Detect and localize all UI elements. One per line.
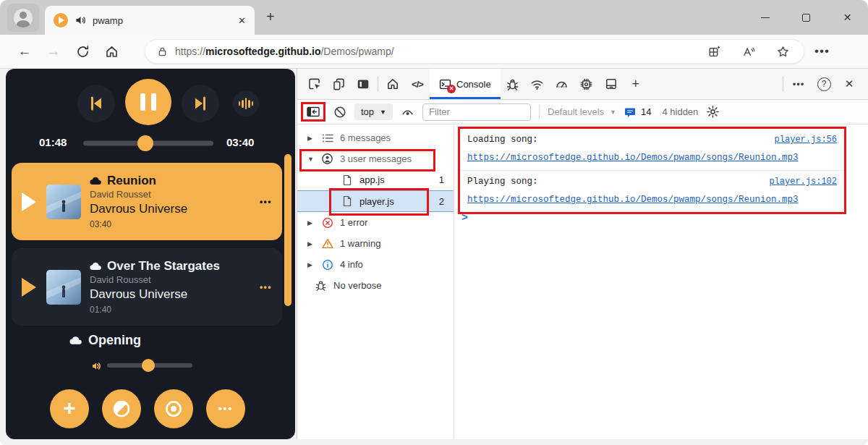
sidebar-item-warnings[interactable]: ▶ 1 warning [297, 233, 454, 254]
source-link[interactable]: player.js:56 [775, 131, 837, 149]
song-title: Opening [88, 333, 141, 348]
network-conditions-icon[interactable] [525, 69, 550, 99]
album-art [46, 270, 81, 305]
volume-icon[interactable] [90, 360, 102, 372]
tab-console-active[interactable]: ✕ Console [430, 69, 501, 99]
profile-button[interactable] [7, 4, 39, 32]
song-card-over-the-stargates[interactable]: Over The Stargates David Rousset Davrous… [12, 248, 282, 326]
song-artist: David Rousset [90, 274, 260, 285]
volume-slider[interactable] [107, 358, 192, 373]
performance-gauge-icon[interactable] [550, 69, 574, 99]
message-bubble-icon [624, 106, 636, 118]
song-url-link[interactable]: https://microsoftedge.github.io/Demos/pw… [467, 149, 837, 166]
forward-button[interactable]: → [39, 43, 68, 59]
maximize-icon [802, 14, 810, 22]
console-message: Loading song: player.js:56 https://micro… [460, 129, 844, 170]
message-count[interactable]: 14 [624, 106, 651, 118]
sidebar-item-errors[interactable]: ▶ 1 error [297, 212, 454, 233]
progress-thumb[interactable] [137, 135, 153, 151]
javascript-context-dropdown[interactable]: top ▼ [354, 103, 393, 120]
inspect-element-icon[interactable] [302, 69, 326, 99]
add-panel-button[interactable]: + [624, 69, 648, 99]
song-row-opening[interactable]: Opening [69, 333, 141, 348]
content-area: 01:48 03:40 [0, 69, 868, 445]
record-button[interactable] [154, 389, 193, 428]
home-button[interactable] [97, 45, 126, 59]
song-card-reunion[interactable]: Reunion David Rousset Davrous Universe 0… [12, 163, 282, 240]
console-tab-label: Console [456, 79, 491, 90]
sidebar-item-verbose[interactable]: No verbose [297, 275, 454, 296]
tab-close-icon[interactable]: ✕ [238, 15, 246, 26]
browser-settings-menu[interactable]: ••• [814, 44, 830, 59]
sidebar-item-playerjs-selected[interactable]: player.js 2 [297, 190, 454, 212]
sidebar-item-appjs[interactable]: app.js 1 [297, 169, 454, 190]
console-prompt-chevron[interactable]: > [461, 212, 468, 224]
song-title: Reunion [107, 174, 156, 188]
devtools-home-icon[interactable] [380, 69, 405, 99]
back-button[interactable]: ← [10, 43, 39, 59]
more-actions-button[interactable]: ••• [206, 389, 245, 428]
favorites-star-icon[interactable] [777, 46, 789, 58]
devtools-more-menu[interactable]: ••• [786, 79, 812, 90]
clear-console-icon[interactable] [333, 106, 346, 119]
song-menu-button[interactable]: ••• [260, 282, 272, 292]
lock-icon[interactable] [157, 46, 168, 57]
info-icon [321, 259, 333, 271]
console-sidebar: ▶ 6 messages ▼ 3 user messages [297, 125, 454, 439]
console-sidebar-toggle-icon[interactable] [307, 106, 320, 117]
add-song-button[interactable]: + [50, 389, 89, 428]
sidebar-item-all-messages[interactable]: ▶ 6 messages [297, 127, 454, 148]
tab-sources-icon[interactable]: </> [405, 69, 430, 99]
play-icon[interactable] [22, 192, 36, 211]
minimize-icon [761, 17, 770, 18]
new-tab-button[interactable]: + [266, 9, 275, 25]
window-close-button[interactable]: ✕ [827, 0, 868, 35]
url-text: https://microsoftedge.github.io/Demos/pw… [175, 46, 394, 57]
tab-audio-icon[interactable] [75, 14, 86, 26]
console-filter-input[interactable] [422, 103, 531, 121]
live-expression-eye-icon[interactable] [401, 106, 414, 118]
pwamp-favicon-icon [54, 13, 68, 27]
previous-track-button[interactable] [77, 85, 115, 122]
song-duration: 01:40 [90, 305, 260, 315]
song-album: Davrous Universe [90, 202, 260, 216]
sidebar-item-user-messages[interactable]: ▼ 3 user messages [297, 148, 454, 169]
pause-button[interactable] [125, 79, 171, 125]
next-track-button[interactable] [182, 85, 219, 122]
log-text: Loading song: [467, 131, 538, 149]
volume-thumb[interactable] [142, 359, 155, 372]
minimize-button[interactable] [744, 0, 786, 35]
log-levels-dropdown[interactable]: Default levels ▼ [548, 106, 616, 117]
devtools-help-button[interactable]: ? [812, 69, 836, 99]
play-icon[interactable] [22, 278, 36, 297]
song-menu-button[interactable]: ••• [260, 197, 272, 207]
devtools-panel: </> ✕ Console [297, 69, 868, 439]
visualizer-button[interactable] [233, 90, 259, 116]
browser-tab-pwamp[interactable]: pwamp ✕ [45, 6, 255, 35]
source-link[interactable]: player.js:102 [769, 173, 837, 191]
console-settings-gear-icon[interactable] [706, 105, 720, 119]
ellipsis-icon: ••• [218, 403, 234, 415]
refresh-button[interactable] [68, 45, 97, 59]
clear-playlist-button[interactable] [102, 389, 141, 428]
split-screen-icon[interactable] [708, 46, 720, 58]
progress-slider[interactable] [83, 135, 213, 151]
playlist-scrollbar[interactable] [284, 154, 292, 306]
devtools-close-button[interactable]: ✕ [836, 77, 862, 90]
application-storage-icon[interactable] [599, 69, 624, 99]
song-url-link[interactable]: https://microsoftedge.github.io/Demos/pw… [467, 191, 837, 208]
console-output: Loading song: player.js:56 https://micro… [454, 125, 868, 439]
maximize-button[interactable] [786, 0, 827, 35]
song-artist: David Rousset [90, 189, 260, 200]
address-bar: ← → https://microsoftedge.github.io/Demo… [0, 35, 868, 69]
console-icon: ✕ [439, 78, 451, 90]
memory-chip-icon[interactable] [574, 69, 599, 99]
issues-bug-icon[interactable] [501, 69, 525, 99]
hidden-count[interactable]: 4 hidden [662, 106, 698, 117]
read-aloud-icon[interactable] [742, 46, 755, 58]
device-emulation-icon[interactable] [326, 69, 351, 99]
activity-bar-toggle-icon[interactable] [351, 69, 375, 99]
sidebar-item-info[interactable]: ▶ 4 info [297, 254, 454, 275]
url-bar[interactable]: https://microsoftedge.github.io/Demos/pw… [145, 39, 804, 64]
song-title: Over The Stargates [107, 259, 220, 274]
